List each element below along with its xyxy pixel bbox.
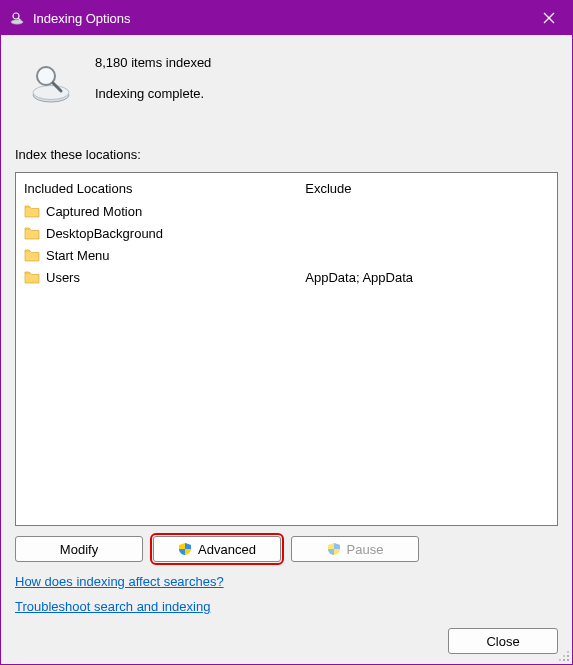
- column-header-exclude[interactable]: Exclude: [305, 179, 549, 200]
- window-close-button[interactable]: [526, 1, 572, 35]
- locations-list[interactable]: Included Locations Captured Motion Deskt…: [15, 172, 558, 526]
- indexed-count: 8,180 items indexed: [95, 55, 211, 70]
- close-icon: [543, 12, 555, 24]
- button-label: Pause: [347, 542, 384, 557]
- list-item[interactable]: DesktopBackground: [24, 222, 289, 244]
- pause-button: Pause: [291, 536, 419, 562]
- magnifier-drive-icon: [27, 59, 75, 107]
- status-area: 8,180 items indexed Indexing complete.: [15, 49, 558, 107]
- button-label: Modify: [60, 542, 98, 557]
- app-icon: [9, 10, 25, 26]
- folder-icon: [24, 204, 40, 218]
- button-row: Modify Advanced Pause: [15, 536, 558, 562]
- list-item-label: Captured Motion: [46, 204, 142, 219]
- column-header-included[interactable]: Included Locations: [24, 179, 289, 200]
- list-item-label: Start Menu: [46, 248, 110, 263]
- resize-grip[interactable]: [558, 650, 570, 662]
- svg-point-13: [563, 655, 565, 657]
- exclude-cell: [305, 200, 549, 222]
- indexing-state: Indexing complete.: [95, 86, 211, 101]
- list-item[interactable]: Users: [24, 266, 289, 288]
- list-item[interactable]: Captured Motion: [24, 200, 289, 222]
- close-button[interactable]: Close: [448, 628, 558, 654]
- help-links: How does indexing affect searches? Troub…: [15, 574, 558, 624]
- indexing-options-window: Indexing Options 8,180 items indexed Ind…: [0, 0, 573, 665]
- exclude-cell: [305, 244, 549, 266]
- svg-point-12: [567, 651, 569, 653]
- folder-icon: [24, 226, 40, 240]
- titlebar: Indexing Options: [1, 1, 572, 35]
- folder-icon: [24, 248, 40, 262]
- uac-shield-icon: [178, 542, 192, 556]
- exclude-cell: AppData; AppData: [305, 266, 549, 288]
- svg-point-10: [567, 655, 569, 657]
- uac-shield-icon: [327, 542, 341, 556]
- locations-label: Index these locations:: [15, 147, 558, 162]
- svg-point-14: [559, 659, 561, 661]
- folder-icon: [24, 270, 40, 284]
- svg-point-0: [11, 20, 23, 24]
- window-title: Indexing Options: [33, 11, 526, 26]
- svg-point-9: [567, 659, 569, 661]
- list-item-label: DesktopBackground: [46, 226, 163, 241]
- svg-point-11: [563, 659, 565, 661]
- advanced-button[interactable]: Advanced: [153, 536, 281, 562]
- link-troubleshoot[interactable]: Troubleshoot search and indexing: [15, 599, 210, 614]
- list-item-label: Users: [46, 270, 80, 285]
- footer-row: Close: [15, 628, 558, 654]
- dialog-body: 8,180 items indexed Indexing complete. I…: [1, 35, 572, 664]
- button-label: Advanced: [198, 542, 256, 557]
- list-item[interactable]: Start Menu: [24, 244, 289, 266]
- link-affect-searches[interactable]: How does indexing affect searches?: [15, 574, 224, 589]
- modify-button[interactable]: Modify: [15, 536, 143, 562]
- exclude-cell: [305, 222, 549, 244]
- button-label: Close: [486, 634, 519, 649]
- svg-point-6: [33, 86, 69, 100]
